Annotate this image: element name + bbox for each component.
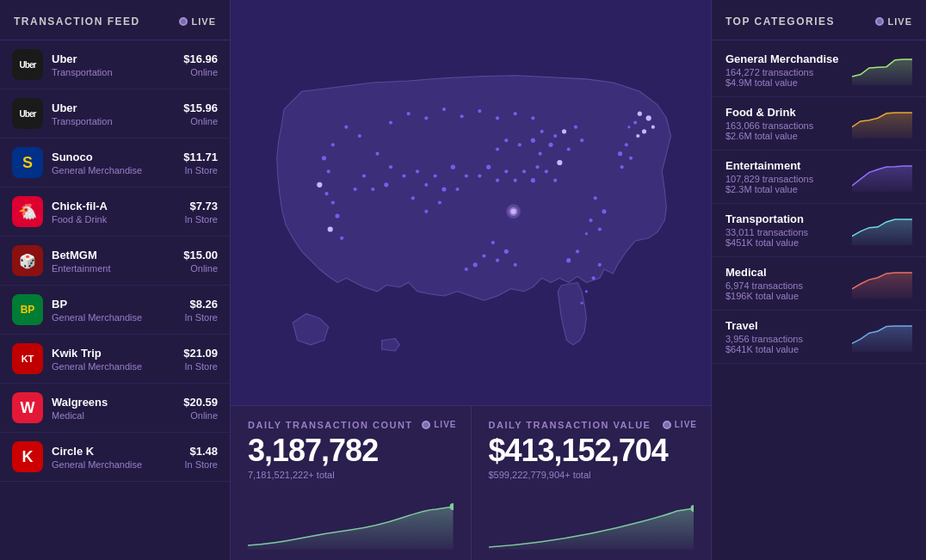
- cat-value: $451K total value: [725, 237, 852, 248]
- svg-point-75: [504, 138, 508, 142]
- cat-transactions: 33,011 transactions: [725, 227, 852, 237]
- svg-point-61: [455, 188, 459, 191]
- transaction-feed-panel: TRANSACTION FEED LIVE Uber Uber Transpor…: [0, 0, 231, 560]
- svg-point-52: [402, 174, 405, 177]
- tx-channel: In Store: [184, 214, 218, 225]
- svg-point-80: [442, 108, 446, 111]
- tx-right: $16.96 Online: [183, 52, 218, 77]
- tx-info: Sunoco General Merchandise: [52, 151, 175, 175]
- tx-channel: In Store: [184, 312, 218, 323]
- cat-name: Medical: [725, 266, 852, 279]
- cat-info: General Merchandise 164,272 transactions…: [725, 52, 852, 88]
- cat-transactions: 163,066 transactions: [725, 120, 852, 131]
- cat-name: Food & Drink: [725, 106, 852, 119]
- svg-point-40: [511, 209, 516, 214]
- svg-point-5: [627, 126, 630, 128]
- svg-point-26: [514, 179, 517, 182]
- top-categories-panel: TOP CATEGORIES LIVE General Merchandise …: [711, 0, 926, 560]
- svg-point-3: [633, 120, 637, 124]
- cat-sparkline: [852, 322, 912, 352]
- svg-point-74: [518, 143, 522, 146]
- cat-transactions: 6,974 transactions: [725, 280, 852, 291]
- tx-info: Chick-fil-A Food & Drink: [52, 200, 176, 225]
- category-item: General Merchandise 164,272 transactions…: [712, 44, 926, 97]
- tx-amount: $1.48: [184, 445, 218, 458]
- tx-logo: 🐔: [12, 196, 43, 227]
- tx-right: $20.59 Online: [183, 396, 218, 421]
- svg-point-15: [585, 232, 588, 235]
- tx-category: Medical: [52, 410, 175, 421]
- svg-point-32: [504, 249, 509, 254]
- category-list: General Merchandise 164,272 transactions…: [712, 40, 926, 560]
- svg-point-69: [580, 138, 583, 142]
- daily-value-total: $599,222,779,904+ total: [489, 470, 694, 480]
- category-item: Transportation 33,011 transactions $451K…: [712, 204, 926, 257]
- cat-sparkline: [852, 268, 912, 298]
- tx-amount: $16.96: [183, 52, 218, 65]
- svg-point-60: [438, 200, 441, 204]
- tx-channel: In Store: [184, 459, 218, 470]
- svg-point-2: [651, 126, 655, 129]
- svg-point-64: [362, 174, 366, 177]
- svg-point-14: [598, 227, 602, 231]
- tx-category: Entertainment: [52, 263, 175, 274]
- tx-category: General Merchandise: [52, 312, 176, 323]
- tx-category: Food & Drink: [52, 214, 176, 225]
- svg-point-84: [514, 112, 517, 115]
- cat-name: Travel: [725, 319, 852, 332]
- svg-point-36: [473, 262, 478, 267]
- tx-info: Uber Transportation: [52, 102, 175, 126]
- category-item: Medical 6,974 transactions $196K total v…: [712, 257, 926, 311]
- svg-point-86: [344, 126, 348, 129]
- cat-value: $4.9M total value: [725, 77, 852, 88]
- svg-point-24: [531, 178, 535, 182]
- transaction-item: K Circle K General Merchandise $1.48 In …: [0, 433, 230, 482]
- daily-count-box: DAILY TRANSACTION COUNT 3,187,782 7,181,…: [231, 406, 472, 560]
- svg-point-25: [522, 169, 526, 173]
- cat-value: $2.3M total value: [725, 184, 852, 194]
- transaction-feed-header: TRANSACTION FEED LIVE: [0, 0, 230, 40]
- tx-info: BP General Merchandise: [52, 298, 176, 323]
- cat-sparkline: [852, 55, 912, 85]
- svg-point-55: [424, 183, 428, 187]
- svg-point-44: [317, 182, 322, 188]
- tx-amount: $21.09: [183, 347, 218, 360]
- transaction-item: S Sunoco General Merchandise $11.71 In S…: [0, 138, 230, 188]
- svg-point-9: [629, 157, 633, 160]
- cat-info: Entertainment 107,829 transactions $2.3M…: [725, 159, 852, 194]
- transaction-live-badge: LIVE: [179, 16, 216, 27]
- svg-point-91: [581, 302, 583, 305]
- cat-sparkline: [852, 162, 912, 192]
- tx-name: Sunoco: [52, 151, 175, 163]
- svg-point-49: [340, 237, 343, 240]
- tx-amount: $7.73: [184, 200, 218, 212]
- svg-point-42: [322, 156, 326, 160]
- svg-point-16: [576, 249, 579, 253]
- svg-point-8: [618, 151, 622, 156]
- count-chart: [248, 502, 454, 550]
- svg-point-47: [335, 213, 339, 218]
- tx-name: BP: [52, 298, 176, 311]
- tx-channel: Online: [183, 116, 218, 126]
- svg-point-54: [416, 169, 419, 173]
- svg-point-63: [451, 165, 455, 169]
- svg-point-43: [327, 169, 330, 173]
- tx-logo: W: [12, 392, 43, 423]
- svg-point-56: [434, 174, 437, 177]
- tx-right: $15.96 Online: [183, 102, 218, 126]
- cat-sparkline: [852, 215, 912, 245]
- svg-point-37: [465, 268, 468, 271]
- tx-category: General Merchandise: [52, 459, 176, 470]
- svg-point-48: [328, 226, 333, 231]
- svg-point-51: [389, 165, 392, 169]
- cat-transactions: 3,956 transactions: [725, 334, 852, 344]
- tx-amount: $20.59: [183, 396, 218, 409]
- tx-logo: KT: [12, 343, 43, 374]
- tx-name: Uber: [52, 52, 175, 65]
- svg-point-89: [592, 276, 596, 280]
- svg-point-46: [331, 200, 335, 204]
- count-live-dot: [422, 421, 430, 429]
- categories-live-badge: LIVE: [875, 16, 912, 27]
- svg-point-50: [375, 152, 379, 156]
- tx-info: Walgreens Medical: [52, 396, 175, 421]
